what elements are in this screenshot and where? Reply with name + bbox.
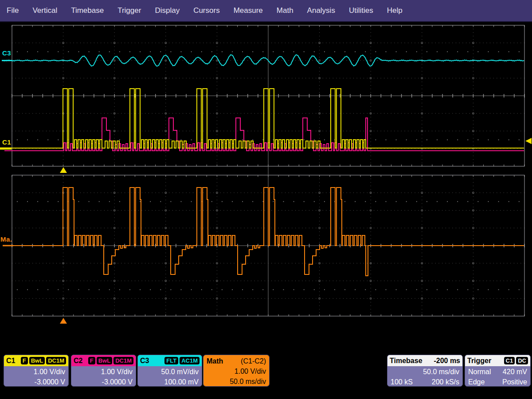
trigger-coupling-badge: DC [516,357,528,364]
c3-offset: 100.00 mV [141,377,199,387]
trigger-body: Normal 420 mV Edge Positive [465,366,530,387]
timebase-rate: 200 kS/s [432,377,459,387]
c3-trace-label: C3 [2,49,11,57]
math-source: (C1-C2) [241,356,266,366]
c2-descriptor-body: 1.00 V/div -3.0000 V [71,366,136,387]
trigger-time-marker-top[interactable] [60,167,67,173]
c2-bandwidth-badge: BwL [97,357,112,364]
c2-descriptor-header: C2 F BwL DC1M [71,355,136,366]
timebase-descriptor-box[interactable]: Timebase -200 ms 50.0 ms/div 100 kS 200 … [387,355,463,387]
trigger-mode: Normal [468,367,491,377]
c3-descriptor-header: C3 FLT AC1M [138,355,202,366]
oscilloscope-screen: { "menu": { "items": [ {"label":"File"},… [0,0,532,399]
trigger-title: Trigger [467,357,491,365]
trigger-level-marker[interactable] [525,138,532,144]
c1-descriptor-box[interactable]: C1 F BwL DC1M 1.00 V/div -3.0000 V [4,355,69,387]
c1-coupling-badge-f: F [21,357,28,364]
math-timebase: 50.0 ms/div [207,376,266,387]
c3-trace [4,55,524,66]
trigger-slope: Positive [502,377,527,387]
c3-scale: 50.0 mV/div [141,367,199,377]
trigger-time-marker-bottom[interactable] [60,318,67,324]
c1-descriptor-header: C1 F BwL DC1M [4,355,68,366]
math-trace-label: Ma. [0,235,12,243]
math-trace [4,188,524,276]
math-title: Math [207,356,223,366]
timebase-scale: 50.0 ms/div [391,367,459,377]
c2-title: C2 [74,357,82,365]
c2-descriptor-box[interactable]: C2 F BwL DC1M 1.00 V/div -3.0000 V [71,355,136,387]
timebase-header: Timebase -200 ms [387,355,462,366]
timebase-title: Timebase [390,357,422,365]
trigger-type: Edge [468,377,485,387]
c1-badges: F BwL DC1M [21,357,66,364]
timebase-offset: -200 ms [434,357,460,365]
trigger-level: 420 mV [503,367,527,377]
timebase-body: 50.0 ms/div 100 kS 200 kS/s [387,366,462,387]
c1-bandwidth-badge: BwL [29,357,45,364]
c2-coupling-badge-f: F [88,357,95,364]
math-descriptor-box[interactable]: Math (C1-C2) 1.00 V/div 50.0 ms/div [203,355,270,387]
timebase-samples: 100 kS [391,377,413,387]
c1-trace-label: C1 [2,138,11,146]
c3-descriptor-body: 50.0 mV/div 100.00 mV [138,366,202,387]
c3-filter-badge: FLT [164,357,178,364]
c1-title: C1 [6,357,15,365]
c2-offset: -3.0000 V [74,377,133,387]
trigger-badges: C1 DC [504,357,528,364]
c1-scale: 1.00 V/div [7,367,65,377]
trigger-source-badge: C1 [504,357,515,364]
c3-badges: FLT AC1M [164,357,200,364]
c1-offset: -3.0000 V [7,377,65,387]
c3-title: C3 [140,357,149,365]
c2-coupling-badge: DC1M [113,357,133,364]
math-descriptor-body: Math (C1-C2) 1.00 V/div 50.0 ms/div [203,355,269,387]
c2-badges: F BwL DC1M [88,357,133,364]
c1-trace [4,89,524,148]
waveform-display [0,0,532,346]
trigger-header: Trigger C1 DC [465,355,530,366]
c2-scale: 1.00 V/div [74,367,133,377]
trigger-descriptor-box[interactable]: Trigger C1 DC Normal 420 mV Edge Positiv… [465,355,531,387]
c1-coupling-badge: DC1M [46,357,66,364]
c3-coupling-badge: AC1M [180,357,200,364]
c1-descriptor-body: 1.00 V/div -3.0000 V [4,366,68,387]
c3-descriptor-box[interactable]: C3 FLT AC1M 50.0 mV/div 100.00 mV [137,355,202,387]
math-scale: 1.00 V/div [207,366,266,376]
